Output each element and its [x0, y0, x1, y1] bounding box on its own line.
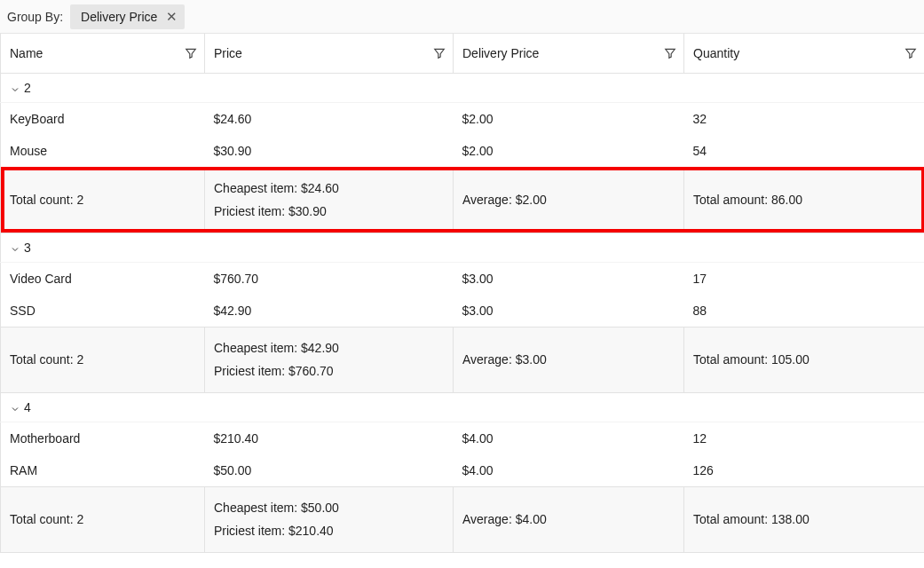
cell-name: Mouse: [1, 135, 205, 168]
cell-price: $24.60: [205, 102, 454, 135]
summary-average: Average: $4.00: [454, 486, 684, 552]
table-row[interactable]: Motherboard$210.40$4.0012: [1, 422, 925, 454]
cell-delivery: $2.00: [454, 102, 684, 135]
filter-icon[interactable]: [433, 47, 446, 59]
cell-name: Motherboard: [1, 422, 205, 454]
group-key: 3: [24, 241, 31, 255]
summary-price-range: Cheapest item: $50.00Priciest item: $210…: [205, 486, 454, 552]
group-summary: Total count: 2Cheapest item: $50.00Prici…: [1, 486, 925, 552]
cell-delivery: $2.00: [454, 135, 684, 168]
column-header-name[interactable]: Name: [1, 34, 205, 73]
group-header[interactable]: 2: [1, 73, 925, 102]
header-row: Name Price Delivery Price Quantity: [1, 34, 925, 73]
group-summary: Total count: 2Cheapest item: $24.60Prici…: [1, 167, 925, 233]
filter-icon[interactable]: [664, 47, 676, 59]
group-header[interactable]: 3: [1, 233, 925, 262]
close-icon[interactable]: ✕: [166, 10, 178, 23]
table-row[interactable]: Mouse$30.90$2.0054: [1, 135, 925, 168]
column-header-quantity[interactable]: Quantity: [684, 34, 925, 73]
column-header-price[interactable]: Price: [205, 34, 454, 73]
summary-total: Total amount: 86.00: [684, 167, 925, 233]
cell-price: $50.00: [205, 454, 454, 487]
groupby-chip[interactable]: Delivery Price ✕: [70, 4, 185, 29]
cell-qty: 17: [684, 262, 925, 295]
column-header-delivery-text: Delivery Price: [462, 46, 539, 60]
summary-average: Average: $2.00: [454, 167, 684, 233]
summary-count: Total count: 2: [1, 486, 205, 552]
filter-icon[interactable]: [185, 47, 197, 59]
summary-total: Total amount: 138.00: [684, 486, 925, 552]
table-row[interactable]: KeyBoard$24.60$2.0032: [1, 102, 925, 135]
cell-delivery: $3.00: [454, 295, 684, 327]
cell-delivery: $3.00: [454, 262, 684, 295]
cell-name: SSD: [1, 295, 205, 327]
cell-price: $760.70: [205, 262, 454, 295]
column-header-delivery[interactable]: Delivery Price: [454, 34, 684, 73]
cell-name: RAM: [1, 454, 205, 487]
cell-qty: 126: [684, 454, 925, 487]
column-header-price-text: Price: [214, 46, 242, 60]
group-key: 4: [24, 400, 31, 414]
cell-qty: 88: [684, 295, 925, 327]
cell-price: $42.90: [205, 295, 454, 327]
table-row[interactable]: SSD$42.90$3.0088: [1, 295, 925, 327]
group-header[interactable]: 4: [1, 392, 925, 422]
column-header-quantity-text: Quantity: [693, 46, 739, 60]
cell-delivery: $4.00: [454, 454, 684, 487]
summary-count: Total count: 2: [1, 167, 205, 233]
table-row[interactable]: RAM$50.00$4.00126: [1, 454, 925, 487]
groupby-bar: Group By: Delivery Price ✕: [0, 0, 924, 34]
chevron-down-icon: [10, 244, 19, 253]
cell-qty: 54: [684, 135, 925, 168]
summary-count: Total count: 2: [1, 327, 205, 392]
chevron-down-icon: [10, 404, 19, 413]
table-row[interactable]: Video Card$760.70$3.0017: [1, 262, 925, 295]
cell-qty: 12: [684, 422, 925, 454]
cell-qty: 32: [684, 102, 925, 135]
summary-total: Total amount: 105.00: [684, 327, 925, 392]
filter-icon[interactable]: [904, 47, 917, 59]
cell-name: Video Card: [1, 262, 205, 295]
cell-price: $210.40: [205, 422, 454, 454]
column-header-name-text: Name: [10, 46, 43, 60]
cell-price: $30.90: [205, 135, 454, 168]
group-summary: Total count: 2Cheapest item: $42.90Prici…: [1, 327, 925, 392]
summary-average: Average: $3.00: [454, 327, 684, 392]
cell-delivery: $4.00: [454, 422, 684, 454]
data-grid: Name Price Delivery Price Quantity 2KeyB…: [0, 34, 924, 553]
groupby-chip-text: Delivery Price: [81, 10, 157, 24]
summary-price-range: Cheapest item: $24.60Priciest item: $30.…: [205, 167, 454, 233]
summary-price-range: Cheapest item: $42.90Priciest item: $760…: [205, 327, 454, 392]
cell-name: KeyBoard: [1, 102, 205, 135]
chevron-down-icon: [10, 84, 19, 93]
groupby-label: Group By:: [7, 10, 63, 24]
group-key: 2: [24, 81, 31, 95]
